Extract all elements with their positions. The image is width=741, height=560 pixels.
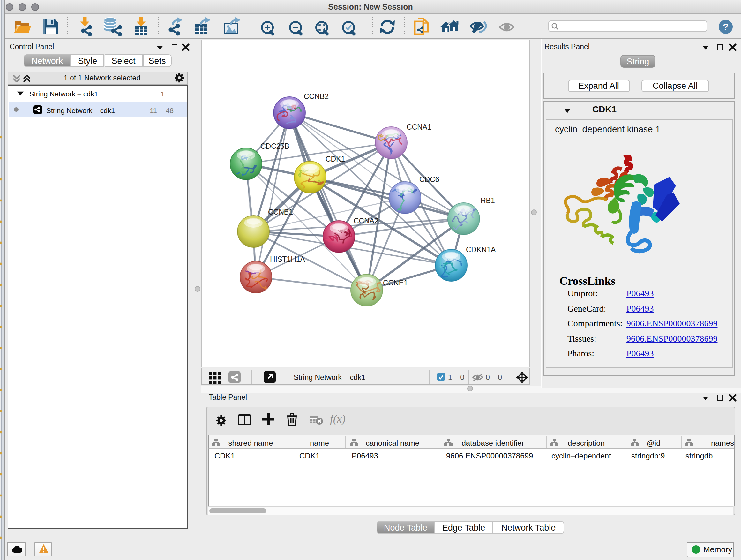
svg-text:CCNB2: CCNB2	[304, 92, 329, 101]
svg-text:CDC6: CDC6	[419, 176, 440, 184]
svg-text:CDKN1A: CDKN1A	[466, 246, 496, 254]
svg-text:CCNB1: CCNB1	[268, 208, 293, 216]
svg-text:CCNA1: CCNA1	[407, 123, 431, 132]
svg-text:CDC25B: CDC25B	[260, 142, 289, 151]
svg-text:CCNA2: CCNA2	[354, 217, 379, 226]
svg-text:HIST1H1A: HIST1H1A	[270, 255, 306, 264]
svg-text:CDK1: CDK1	[326, 155, 345, 164]
svg-text:RB1: RB1	[481, 197, 495, 205]
svg-text:CCNE1: CCNE1	[383, 279, 408, 287]
